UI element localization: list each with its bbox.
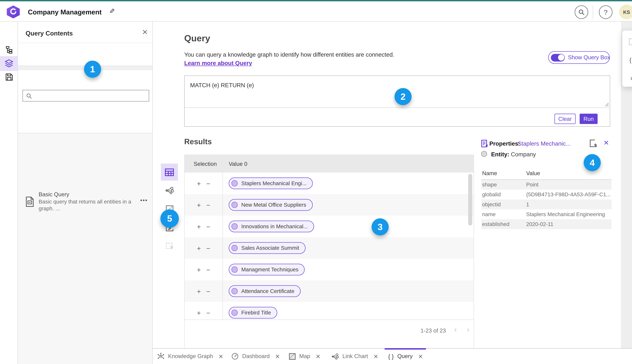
- tab-knowledge-graph[interactable]: Knowledge Graph✕: [157, 349, 223, 364]
- tab-dashboard[interactable]: Dashboard✕: [232, 349, 280, 364]
- close-tab-icon[interactable]: ✕: [316, 353, 320, 360]
- add-to-selection-button[interactable]: +: [197, 180, 201, 187]
- query-text: MATCH (e) RETURN (e): [190, 82, 254, 88]
- add-to-selection-button[interactable]: +: [197, 266, 201, 273]
- sidebar-item-layers[interactable]: [4, 58, 14, 68]
- scrollbar-thumb[interactable]: [468, 174, 472, 226]
- global-search-button[interactable]: [575, 6, 588, 19]
- close-tab-icon[interactable]: ✕: [218, 353, 223, 360]
- results-pagination: 1-23 of 23 ‹ ›: [185, 320, 474, 342]
- table-row[interactable]: +− New Metal Office Suppliers: [185, 194, 474, 216]
- property-row[interactable]: globalid{5D9B4713-F98D-4A53-A59F-C1...: [481, 190, 612, 200]
- show-query-box-toggle[interactable]: Show Query Box: [548, 51, 610, 64]
- edit-title-icon[interactable]: ✎: [109, 7, 115, 15]
- table-row[interactable]: +− Attendance Certificate: [185, 280, 474, 302]
- close-tab-icon[interactable]: ✕: [418, 353, 423, 360]
- property-row[interactable]: established2020-02-11: [481, 219, 612, 229]
- entity-pill[interactable]: Staplers Mechanical Engi...: [229, 178, 313, 189]
- table-row[interactable]: +− Innovations in Mechanical...: [185, 216, 474, 237]
- prev-page-icon[interactable]: ‹: [454, 325, 457, 334]
- divider: [18, 133, 152, 134]
- entity-dot-icon: [232, 288, 238, 294]
- tab-link-chart[interactable]: Link Chart✕: [332, 349, 378, 364]
- tab-map[interactable]: Map✕: [289, 349, 320, 364]
- add-selection-icon[interactable]: [590, 139, 598, 147]
- query-heading: Query: [184, 33, 210, 44]
- entity-pill[interactable]: Managment Techniques: [229, 264, 304, 276]
- stored-queries-search-input[interactable]: [22, 90, 149, 102]
- item-options-icon[interactable]: •••: [140, 197, 148, 204]
- toggle-switch[interactable]: [551, 54, 565, 61]
- view-table-button[interactable]: [161, 164, 178, 180]
- column-header-value0[interactable]: Value 0: [223, 155, 247, 172]
- remove-from-selection-button[interactable]: −: [206, 288, 210, 294]
- entity-pill[interactable]: Firebird Title: [229, 307, 277, 318]
- close-panel-icon[interactable]: ✕: [142, 28, 148, 36]
- results-table: Selection Value 0 +− Staplers Mechanical…: [184, 154, 474, 363]
- property-row[interactable]: objectid1: [481, 200, 612, 209]
- run-button[interactable]: Run: [580, 114, 598, 124]
- sidebar-item-data-model[interactable]: [4, 45, 14, 55]
- results-rows: +− Staplers Mechanical Engi... +− New Me…: [185, 172, 474, 320]
- sidebar-item-save[interactable]: [4, 72, 14, 82]
- stored-query-title: Basic Query: [39, 191, 69, 198]
- entity-pill[interactable]: New Metal Office Suppliers: [229, 199, 312, 211]
- add-to-selection-button[interactable]: +: [197, 223, 201, 230]
- next-page-icon[interactable]: ›: [467, 325, 469, 334]
- top-app-bar: Company Management ✎ ? KS Knowledge Stud…: [0, 2, 632, 22]
- table-icon: [165, 168, 174, 176]
- toggle-knob: [558, 54, 564, 61]
- column-header-selection[interactable]: Selection: [185, 155, 223, 172]
- entity-dot-icon: [232, 180, 238, 186]
- remove-from-selection-button[interactable]: −: [206, 309, 210, 316]
- user-avatar[interactable]: KS: [619, 4, 632, 19]
- learn-more-link[interactable]: Learn more about Query: [184, 60, 252, 66]
- table-row[interactable]: +− Sales Associate Summit: [185, 237, 474, 259]
- table-row[interactable]: +− Firebird Title: [185, 302, 474, 320]
- save-icon: [5, 73, 13, 81]
- braces-icon: { }: [628, 56, 632, 63]
- app-logo[interactable]: [7, 6, 20, 18]
- annotation-5: 5: [160, 210, 179, 228]
- add-to-selection-button[interactable]: +: [197, 202, 201, 208]
- actions-context-menu: Add Selection To { } Store as New Query …: [622, 30, 632, 87]
- column-header-value: Value: [526, 168, 540, 179]
- table-row[interactable]: +− Staplers Mechanical Engi...: [185, 172, 474, 194]
- remove-from-selection-button[interactable]: −: [206, 266, 210, 273]
- results-scrollbar[interactable]: [468, 174, 472, 318]
- remove-from-selection-button[interactable]: −: [206, 202, 210, 208]
- menu-item-collapse[interactable]: » Collapse: [622, 70, 632, 86]
- property-row[interactable]: nameStaplers Mechanical Engineering: [481, 210, 612, 219]
- close-properties-icon[interactable]: ✕: [604, 139, 609, 147]
- query-contents-item-query[interactable]: { } Query Create new queries: [18, 43, 152, 66]
- entity-dot-icon: [232, 202, 238, 208]
- entity-pill[interactable]: Innovations in Mechanical...: [229, 220, 314, 232]
- remove-from-selection-button[interactable]: −: [206, 180, 210, 187]
- tab-query[interactable]: { } Query✕: [388, 349, 423, 364]
- close-tab-icon[interactable]: ✕: [374, 353, 378, 360]
- clear-button[interactable]: Clear: [554, 114, 576, 124]
- remove-from-selection-button[interactable]: −: [206, 223, 210, 230]
- add-to-selection-button[interactable]: +: [197, 245, 201, 252]
- resize-handle-icon[interactable]: [605, 102, 609, 106]
- entity-pill[interactable]: Sales Associate Summit: [229, 242, 306, 254]
- table-row[interactable]: +− Managment Techniques: [185, 259, 474, 280]
- help-button[interactable]: ?: [599, 6, 612, 19]
- search-icon: [26, 93, 32, 98]
- add-to-selection-button[interactable]: +: [197, 288, 201, 294]
- add-to-selection-button[interactable]: +: [197, 309, 201, 316]
- properties-entity-link[interactable]: Staplers Mechanic...: [518, 140, 570, 147]
- annotation-1: 1: [84, 61, 101, 78]
- property-row[interactable]: shapePoint: [481, 180, 612, 190]
- view-link-chart-button[interactable]: [161, 182, 178, 199]
- remove-from-selection-button[interactable]: −: [206, 245, 210, 252]
- menu-item-store-as-new-query[interactable]: { } Store as New Query: [622, 52, 632, 67]
- entity-label: Entity:: [491, 151, 509, 158]
- query-main-area: Query You can query a knowledge graph to…: [153, 22, 621, 348]
- knowledge-graph-icon: [157, 353, 164, 360]
- stored-query-list-item[interactable]: Basic Query Basic query that returns all…: [18, 105, 152, 133]
- top-teal-strip: [0, 0, 632, 2]
- close-tab-icon[interactable]: ✕: [275, 353, 280, 360]
- entity-pill[interactable]: Attendance Certificate: [229, 285, 300, 297]
- entity-type-dot-icon: [481, 151, 487, 157]
